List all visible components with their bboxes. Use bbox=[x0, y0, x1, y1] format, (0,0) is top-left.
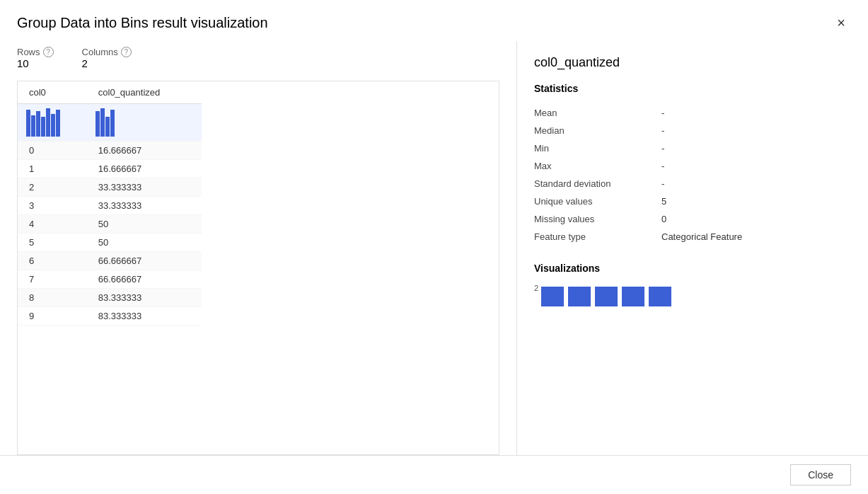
table-row: 233.333333 bbox=[18, 178, 202, 197]
table-row: 983.333333 bbox=[18, 307, 202, 326]
rows-meta: Rows ? 10 bbox=[17, 47, 54, 69]
data-table: col0 col0_quantized bbox=[18, 81, 202, 326]
table-row: 450 bbox=[18, 215, 202, 234]
spark-bar bbox=[105, 117, 110, 137]
col0-sparkline-cell bbox=[18, 104, 87, 142]
cols-meta: Columns ? 2 bbox=[82, 47, 132, 69]
stat-label-missing: Missing values bbox=[534, 210, 661, 228]
stat-row-min: Min - bbox=[534, 139, 851, 157]
chart-bar-4 bbox=[622, 287, 644, 306]
stat-value-mean: - bbox=[661, 104, 851, 122]
right-column-title: col0_quantized bbox=[534, 55, 851, 70]
table-row: 883.333333 bbox=[18, 289, 202, 307]
table-row: 016.666667 bbox=[18, 142, 202, 160]
meta-row: Rows ? 10 Columns ? 2 bbox=[17, 41, 499, 75]
close-button[interactable]: Close bbox=[790, 464, 851, 486]
dialog-title: Group Data into Bins result visualizatio… bbox=[17, 15, 268, 31]
rows-label: Rows ? bbox=[17, 47, 54, 57]
dialog: Group Data into Bins result visualizatio… bbox=[0, 0, 868, 494]
stat-value-unique: 5 bbox=[661, 193, 851, 210]
stat-label-min: Min bbox=[534, 139, 661, 157]
cols-label: Columns ? bbox=[82, 47, 132, 57]
spark-bar bbox=[51, 114, 55, 137]
stat-row-feature: Feature type Categorical Feature bbox=[534, 228, 851, 246]
cols-help-icon[interactable]: ? bbox=[121, 47, 132, 57]
stat-label-feature: Feature type bbox=[534, 228, 661, 246]
stat-row-missing: Missing values 0 bbox=[534, 210, 851, 228]
stat-row-median: Median - bbox=[534, 122, 851, 139]
statistics-table: Mean - Median - Min - Max bbox=[534, 104, 851, 246]
cols-value: 2 bbox=[82, 57, 132, 69]
col0-sparkline bbox=[26, 108, 79, 137]
spark-bar bbox=[31, 115, 35, 137]
stat-row-mean: Mean - bbox=[534, 104, 851, 122]
spark-bar bbox=[100, 108, 105, 137]
spark-bar bbox=[41, 117, 45, 137]
chart-bar-3 bbox=[595, 287, 618, 306]
stat-value-min: - bbox=[661, 139, 851, 157]
dialog-footer: Close bbox=[0, 455, 868, 494]
stat-value-max: - bbox=[661, 157, 851, 175]
data-table-container: col0 col0_quantized bbox=[17, 81, 499, 455]
chart-bar-5 bbox=[649, 287, 671, 306]
rows-value: 10 bbox=[17, 57, 54, 69]
col0-quantized-sparkline bbox=[96, 108, 193, 137]
chart-area bbox=[541, 287, 671, 306]
table-row: 666.666667 bbox=[18, 252, 202, 270]
visualizations-label: Visualizations bbox=[534, 263, 851, 274]
stat-value-median: - bbox=[661, 122, 851, 139]
stat-label-std: Standard deviation bbox=[534, 175, 661, 193]
right-panel: col0_quantized Statistics Mean - Median … bbox=[516, 41, 868, 455]
spark-bar bbox=[110, 110, 115, 137]
stat-label-unique: Unique values bbox=[534, 193, 661, 210]
stat-label-median: Median bbox=[534, 122, 661, 139]
right-scroll-area[interactable]: col0_quantized Statistics Mean - Median … bbox=[517, 41, 868, 455]
table-row: 550 bbox=[18, 234, 202, 252]
left-panel: Rows ? 10 Columns ? 2 bbox=[0, 41, 516, 455]
spark-bar bbox=[56, 110, 60, 137]
sparkline-row bbox=[18, 104, 202, 142]
stat-value-missing: 0 bbox=[661, 210, 851, 228]
statistics-section-label: Statistics bbox=[534, 83, 851, 94]
table-row: 333.333333 bbox=[18, 197, 202, 215]
stat-row-max: Max - bbox=[534, 157, 851, 175]
stat-label-max: Max bbox=[534, 157, 661, 175]
spark-bar bbox=[36, 111, 40, 137]
stat-value-feature: Categorical Feature bbox=[661, 228, 851, 246]
chart-bar-2 bbox=[568, 287, 591, 306]
stat-row-unique: Unique values 5 bbox=[534, 193, 851, 210]
chart-y-label: 2 bbox=[534, 284, 538, 292]
table-row: 766.666667 bbox=[18, 270, 202, 289]
dialog-body: Rows ? 10 Columns ? 2 bbox=[0, 41, 868, 455]
table-row: 116.666667 bbox=[18, 160, 202, 178]
rows-help-icon[interactable]: ? bbox=[43, 47, 54, 57]
col0-header: col0 bbox=[18, 81, 87, 104]
spark-bar bbox=[96, 111, 100, 137]
col0-quantized-header: col0_quantized bbox=[87, 81, 202, 104]
chart-bar-1 bbox=[541, 287, 564, 306]
stat-value-std: - bbox=[661, 175, 851, 193]
stat-row-std: Standard deviation - bbox=[534, 175, 851, 193]
col0-quantized-sparkline-cell bbox=[87, 104, 202, 142]
spark-bar bbox=[26, 110, 30, 137]
header-close-button[interactable]: × bbox=[831, 13, 851, 33]
stat-label-mean: Mean bbox=[534, 104, 661, 122]
visualizations-section: Visualizations 2 bbox=[534, 263, 851, 306]
dialog-header: Group Data into Bins result visualizatio… bbox=[0, 0, 868, 41]
spark-bar bbox=[46, 108, 50, 137]
